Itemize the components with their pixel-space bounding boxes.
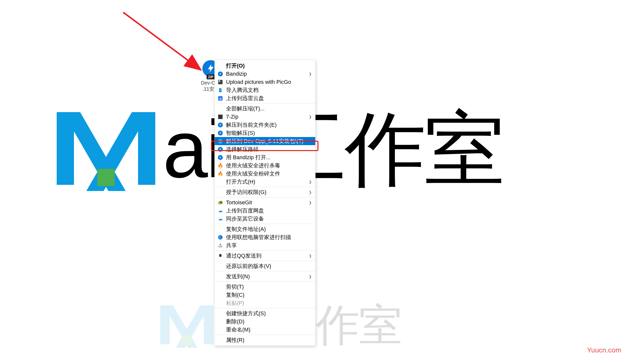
xunlei-icon: ☁ [217, 96, 224, 100]
menu-delete[interactable]: 删除(D) [215, 318, 315, 326]
submenu-arrow-icon: ❯ [309, 274, 312, 278]
menu-sync-devices[interactable]: ☁ 同步至其它设备 [215, 215, 315, 223]
menu-choose-path[interactable]: 选择解压路径... [215, 145, 315, 153]
submenu-arrow-icon: ❯ [309, 190, 312, 194]
baidu-sync-icon: ☁ [217, 216, 224, 222]
menu-tortoisegit[interactable]: 🐢 TortoiseGit ❯ [215, 198, 315, 206]
menu-separator [215, 224, 315, 224]
menu-separator [215, 308, 315, 308]
submenu-arrow-icon: ❯ [309, 200, 312, 204]
qq-icon [217, 253, 224, 258]
zip-extension-badge: ZIP [206, 74, 215, 79]
menu-grant-access[interactable]: 授予访问权限(G) ❯ [215, 188, 315, 196]
huorong-icon: 🔥 [217, 163, 224, 168]
tencent-docs-icon [217, 88, 224, 93]
bandizip-icon [217, 130, 224, 136]
tortoisegit-icon: 🐢 [217, 200, 224, 205]
menu-separator [215, 197, 315, 198]
svg-rect-7 [221, 256, 222, 257]
svg-rect-6 [219, 256, 220, 257]
submenu-arrow-icon: ❯ [309, 72, 312, 76]
bandizip-icon [217, 72, 224, 76]
menu-open[interactable]: 打开(O) [215, 62, 315, 70]
submenu-arrow-icon: ❯ [309, 180, 312, 184]
menu-huorong-shred[interactable]: 🔥 使用火绒安全粉碎文件 [215, 170, 315, 178]
menu-separator [215, 335, 315, 335]
menu-lenovo-scan[interactable]: L 使用联想电脑管家进行扫描 [215, 233, 315, 241]
submenu-arrow-icon: ❯ [309, 115, 312, 119]
menu-copy[interactable]: 复制(C) [215, 291, 315, 299]
bandizip-icon [217, 122, 224, 128]
menu-extract-to-folder[interactable]: 解压到 Dev-Cpp_5.11安装包\(T) [215, 137, 315, 145]
svg-point-5 [220, 254, 221, 255]
7zip-icon [217, 114, 224, 119]
bandizip-icon [217, 147, 224, 152]
menu-properties[interactable]: 属性(R) [215, 336, 315, 344]
menu-separator [215, 271, 315, 271]
m-logo-icon [57, 112, 155, 186]
baidu-icon: ☁ [217, 208, 224, 214]
menu-separator [215, 261, 315, 261]
menu-paste[interactable]: 粘贴(P) [215, 299, 315, 307]
menu-cut[interactable]: 剪切(T) [215, 283, 315, 291]
picgo-icon [217, 80, 224, 84]
menu-qq-send[interactable]: 通过QQ发送到 ❯ [215, 252, 315, 260]
submenu-arrow-icon: ❯ [309, 254, 312, 258]
menu-extract-all[interactable]: 全部解压缩(T)... [215, 104, 315, 113]
huorong-icon: 🔥 [217, 171, 224, 176]
lenovo-icon: L [217, 235, 224, 240]
menu-rename[interactable]: 重命名(M) [215, 326, 315, 334]
bandizip-icon [217, 139, 224, 144]
svg-point-4 [220, 254, 220, 255]
menu-open-with-bandizip[interactable]: 用 Bandizip 打开... [215, 153, 315, 162]
menu-bandizip[interactable]: Bandizip ❯ [215, 70, 315, 78]
menu-copy-path[interactable]: 复制文件地址(A) [215, 225, 315, 233]
menu-picgo[interactable]: Upload pictures with PicGo [215, 78, 315, 86]
menu-send-to[interactable]: 发送到(N) ❯ [215, 272, 315, 280]
menu-separator [215, 103, 315, 104]
menu-separator [215, 187, 315, 187]
context-menu: 打开(O) Bandizip ❯ Upload pictures with Pi… [214, 60, 316, 346]
share-icon [217, 243, 224, 248]
menu-xunlei[interactable]: ☁ 上传到迅雷云盘 [215, 94, 315, 102]
svg-line-1 [123, 12, 200, 69]
menu-restore-previous[interactable]: 还原以前的版本(V) [215, 262, 315, 270]
menu-7zip[interactable]: 7-Zip ❯ [215, 113, 315, 121]
menu-extract-here[interactable]: 解压到当前文件夹(E) [215, 121, 315, 129]
menu-baidu-upload[interactable]: ☁ 上传到百度网盘 [215, 206, 315, 215]
menu-separator [215, 250, 315, 251]
yuucn-watermark: Yuucn.com [587, 346, 621, 354]
menu-create-shortcut[interactable]: 创建快捷方式(S) [215, 309, 315, 318]
bandizip-icon [217, 155, 224, 160]
menu-open-with[interactable]: 打开方式(H) ❯ [215, 178, 315, 186]
menu-smart-extract[interactable]: 智能解压(S) [215, 129, 315, 137]
menu-tencent-docs[interactable]: 导入腾讯文档 [215, 86, 315, 94]
menu-share[interactable]: 共享 [215, 241, 315, 250]
menu-separator [215, 282, 315, 282]
menu-huorong-scan[interactable]: 🔥 使用火绒安全进行杀毒 [215, 162, 315, 170]
svg-point-3 [219, 254, 221, 256]
